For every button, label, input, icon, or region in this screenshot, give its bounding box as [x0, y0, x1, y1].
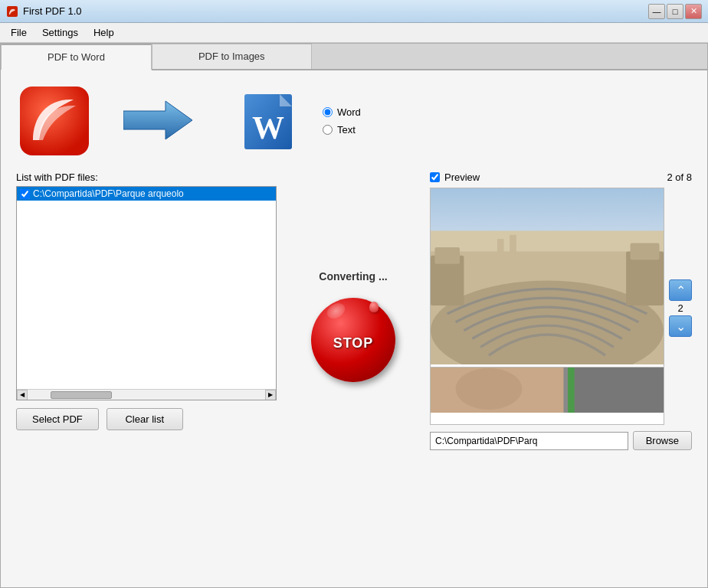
right-panel: Preview 2 of 8: [430, 172, 692, 450]
tab-pdf-to-word[interactable]: PDF to Word: [1, 44, 152, 70]
radio-word[interactable]: Word: [323, 106, 361, 118]
svg-rect-20: [568, 368, 575, 413]
output-path-row: Browse: [430, 431, 692, 450]
scroll-thumb[interactable]: [51, 391, 112, 399]
list-item[interactable]: C:\Compartida\PDF\Parque arqueolo: [17, 187, 276, 201]
scroll-right-arrow[interactable]: ▶: [265, 390, 276, 400]
preview-label: Preview: [444, 172, 480, 183]
converting-status: Converting ...: [319, 270, 387, 283]
page-number: 2: [677, 302, 683, 314]
middle-panel: Converting ... STOP: [292, 172, 415, 450]
main-window: PDF to Word PDF to Images: [0, 43, 708, 588]
svg-rect-21: [575, 368, 664, 413]
select-pdf-button[interactable]: Select PDF: [16, 408, 99, 430]
radio-word-label: Word: [337, 106, 361, 118]
window-controls: — □ ✕: [648, 4, 702, 19]
svg-point-19: [456, 368, 523, 410]
stop-pin: [369, 302, 379, 312]
radio-word-input[interactable]: [323, 107, 333, 117]
maximize-button[interactable]: □: [667, 4, 683, 19]
file-list[interactable]: C:\Compartida\PDF\Parque arqueolo ◀ ▶: [16, 186, 277, 400]
file-path: C:\Compartida\PDF\Parque arqueolo: [33, 188, 184, 199]
window-title: First PDF 1.0: [23, 5, 82, 17]
horizontal-scrollbar[interactable]: ◀ ▶: [17, 389, 276, 400]
preview-thumbnail: [431, 367, 664, 413]
radio-text[interactable]: Text: [323, 124, 361, 136]
tab-pdf-to-images[interactable]: PDF to Images: [152, 44, 312, 69]
conversion-arrow: [123, 97, 192, 145]
next-page-arrow[interactable]: ⌄: [669, 315, 692, 337]
file-list-title: List with PDF files:: [16, 172, 277, 183]
radio-text-label: Text: [337, 124, 356, 136]
title-bar: First PDF 1.0 — □ ✕: [0, 0, 708, 23]
close-button[interactable]: ✕: [685, 4, 702, 19]
svg-marker-2: [123, 101, 192, 139]
scroll-left-arrow[interactable]: ◀: [17, 390, 28, 400]
page-count: 2 of 8: [667, 172, 692, 183]
svg-rect-13: [631, 243, 660, 260]
file-checkbox[interactable]: [20, 189, 30, 199]
menu-settings[interactable]: Settings: [34, 24, 86, 41]
menu-file[interactable]: File: [3, 24, 34, 41]
stop-button[interactable]: STOP: [311, 298, 395, 382]
menu-help[interactable]: Help: [86, 24, 122, 41]
preview-header: Preview 2 of 8: [430, 172, 692, 183]
svg-text:W: W: [252, 110, 284, 145]
word-icon-area: W Word Text: [238, 87, 361, 155]
minimize-button[interactable]: —: [648, 4, 665, 19]
icon-row: W Word Text: [16, 83, 692, 159]
svg-rect-11: [434, 247, 460, 264]
preview-box: [430, 188, 664, 425]
output-path-input[interactable]: [430, 432, 628, 450]
word-icon: W: [238, 87, 307, 155]
file-buttons: Select PDF Clear list: [16, 408, 277, 430]
radio-text-input[interactable]: [323, 125, 333, 135]
bottom-section: List with PDF files: C:\Compartida\PDF\P…: [16, 172, 692, 450]
pdf-icon: [16, 83, 93, 159]
stop-label: STOP: [333, 335, 374, 351]
browse-button[interactable]: Browse: [633, 431, 692, 450]
preview-image-main: [431, 188, 664, 364]
app-icon: [6, 5, 18, 18]
svg-rect-15: [510, 235, 516, 281]
svg-rect-16: [431, 188, 664, 230]
clear-list-button[interactable]: Clear list: [107, 408, 183, 430]
preview-checkbox[interactable]: [430, 172, 440, 182]
tab-bar: PDF to Word PDF to Images: [1, 44, 707, 70]
output-format-group: Word Text: [323, 106, 361, 136]
svg-rect-14: [497, 239, 504, 280]
prev-page-arrow[interactable]: ⌃: [669, 279, 692, 301]
menu-bar: File Settings Help: [0, 23, 708, 43]
left-panel: List with PDF files: C:\Compartida\PDF\P…: [16, 172, 277, 450]
preview-checkbox-area: Preview: [430, 172, 480, 183]
main-content: W Word Text List with PD: [1, 70, 707, 462]
